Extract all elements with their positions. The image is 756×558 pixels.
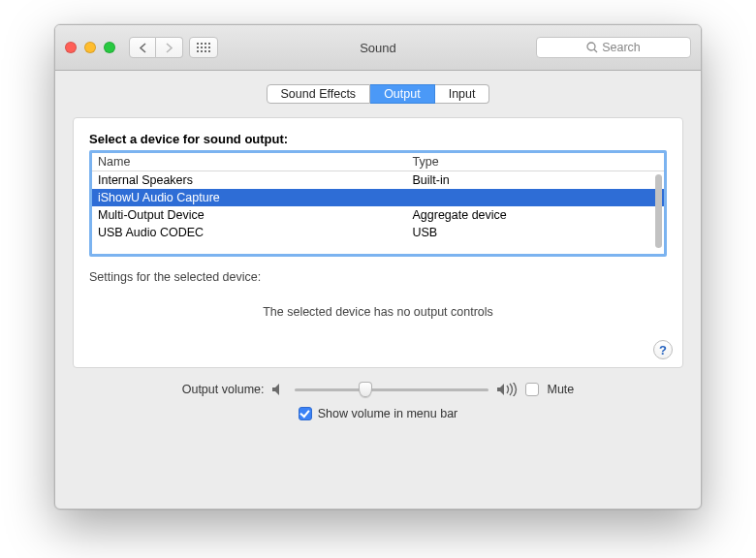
svg-rect-8 <box>197 50 199 52</box>
table-row[interactable]: iShowU Audio Capture <box>92 189 664 206</box>
close-icon[interactable] <box>65 42 77 53</box>
settings-label: Settings for the selected device: <box>89 270 667 284</box>
svg-rect-11 <box>208 50 210 52</box>
table-row[interactable]: Multi-Output Device Aggregate device <box>92 206 664 224</box>
device-name: Multi-Output Device <box>92 206 407 224</box>
svg-rect-3 <box>208 43 210 45</box>
table-row[interactable]: Internal Speakers Built-in <box>92 171 664 189</box>
no-output-controls-text: The selected device has no output contro… <box>89 305 667 319</box>
output-volume-label: Output volume: <box>182 383 265 396</box>
slider-track <box>295 388 488 391</box>
search-icon <box>586 42 598 53</box>
content-area: Sound Effects Output Input Select a devi… <box>55 71 701 432</box>
mute-label: Mute <box>547 383 574 396</box>
svg-rect-1 <box>201 43 203 45</box>
column-header-name[interactable]: Name <box>92 153 407 171</box>
question-mark-icon: ? <box>659 343 667 357</box>
device-name: USB Audio CODEC <box>92 224 407 241</box>
show-volume-label: Show volume in menu bar <box>318 407 458 420</box>
device-table: Name Type Internal Speakers Built-in iSh… <box>92 153 664 241</box>
grid-icon <box>197 43 210 52</box>
chevron-left-icon <box>139 43 147 53</box>
forward-button[interactable] <box>156 37 183 58</box>
scrollbar-thumb[interactable] <box>655 174 662 248</box>
chevron-right-icon <box>165 43 173 53</box>
svg-rect-10 <box>205 50 206 52</box>
output-volume-row: Output volume: Mute <box>182 382 575 397</box>
device-type: USB <box>407 224 665 241</box>
tab-input[interactable]: Input <box>435 84 490 104</box>
scrollbar[interactable] <box>655 174 662 252</box>
titlebar: Sound Search <box>55 25 701 71</box>
help-button[interactable]: ? <box>653 340 673 359</box>
sound-prefpane-window: Sound Search Sound Effects Output Input … <box>54 24 702 510</box>
device-list[interactable]: Name Type Internal Speakers Built-in iSh… <box>89 150 667 257</box>
table-row[interactable]: USB Audio CODEC USB <box>92 224 664 241</box>
device-type: Built-in <box>407 171 665 189</box>
zoom-icon[interactable] <box>104 42 115 53</box>
svg-rect-7 <box>208 46 210 48</box>
device-name: iShowU Audio Capture <box>92 189 407 206</box>
svg-rect-5 <box>201 46 203 48</box>
search-input[interactable]: Search <box>536 37 691 58</box>
minimize-icon[interactable] <box>84 42 96 53</box>
speaker-high-icon <box>496 383 518 396</box>
show-all-button[interactable] <box>189 37 218 58</box>
volume-slider[interactable] <box>295 382 488 397</box>
show-volume-checkbox[interactable] <box>299 407 312 420</box>
svg-rect-6 <box>205 46 206 48</box>
svg-point-12 <box>587 43 595 50</box>
output-heading: Select a device for sound output: <box>89 132 667 146</box>
tab-sound-effects[interactable]: Sound Effects <box>267 84 371 104</box>
device-type <box>407 189 665 206</box>
device-name: Internal Speakers <box>92 171 407 189</box>
svg-rect-9 <box>201 50 203 52</box>
show-volume-row: Show volume in menu bar <box>299 407 458 420</box>
device-type: Aggregate device <box>407 206 665 224</box>
mute-checkbox[interactable] <box>525 383 539 396</box>
slider-thumb[interactable] <box>359 382 372 397</box>
nav-back-forward <box>129 37 183 58</box>
footer-controls: Output volume: Mute <box>73 368 683 420</box>
search-placeholder: Search <box>602 41 641 54</box>
output-panel: Select a device for sound output: Name T… <box>73 117 683 368</box>
tab-segmented-control: Sound Effects Output Input <box>73 84 683 104</box>
svg-rect-0 <box>197 43 199 45</box>
column-header-type[interactable]: Type <box>407 153 665 171</box>
window-controls <box>65 42 115 53</box>
speaker-low-icon <box>271 383 287 396</box>
svg-line-13 <box>594 49 597 52</box>
svg-rect-4 <box>197 46 199 48</box>
back-button[interactable] <box>129 37 156 58</box>
tab-output[interactable]: Output <box>370 84 435 104</box>
svg-rect-2 <box>205 43 206 45</box>
